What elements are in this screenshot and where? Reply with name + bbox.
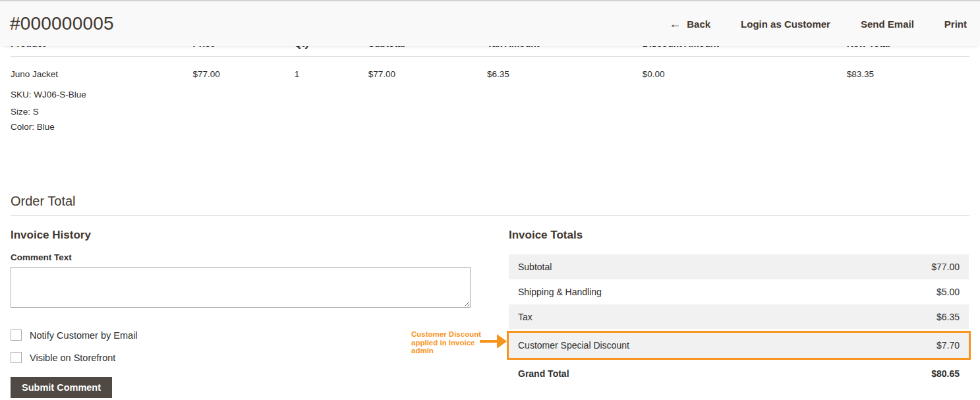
- totals-value: $80.65: [931, 368, 960, 379]
- totals-label: Subtotal: [518, 262, 552, 272]
- comment-textarea[interactable]: [11, 267, 471, 308]
- discount-amount-cell: $0.00: [643, 57, 847, 139]
- tax-amount-cell: $6.35: [487, 57, 643, 139]
- totals-label: Customer Special Discount: [518, 340, 629, 351]
- customer-special-discount-highlight-box: Customer Special Discount $7.70: [507, 331, 971, 360]
- totals-row-tax: Tax $6.35: [509, 304, 969, 329]
- annotation-text: Customer Discount applied in Invoice adm…: [411, 330, 486, 355]
- totals-value: $5.00: [937, 287, 960, 297]
- totals-row-shipping: Shipping & Handling $5.00: [509, 279, 969, 304]
- notify-customer-checkbox[interactable]: [11, 329, 22, 341]
- invoice-totals-heading: Invoice Totals: [509, 229, 969, 242]
- back-button-label: Back: [687, 18, 710, 30]
- qty-cell: 1: [295, 57, 368, 139]
- login-as-customer-button[interactable]: Login as Customer: [741, 18, 830, 30]
- annotation-arrow-line: [480, 340, 498, 343]
- visible-on-storefront-row: Visible on Storefront: [11, 352, 471, 363]
- totals-row-customer-special-discount: Customer Special Discount $7.70: [509, 333, 969, 358]
- product-size: Size: S: [11, 105, 192, 118]
- invoice-totals-section: Invoice Totals Subtotal $77.00 Shipping …: [509, 229, 969, 387]
- row-total-cell: $83.35: [847, 57, 969, 139]
- totals-value: $6.35: [937, 312, 960, 322]
- header-actions: ← Back Login as Customer Send Email Prin…: [669, 18, 967, 30]
- invoice-history-section: Invoice History Comment Text Notify Cust…: [11, 229, 471, 398]
- product-sku: SKU: WJ06-S-Blue: [11, 88, 192, 101]
- page-header: #000000005 ← Back Login as Customer Send…: [0, 0, 980, 46]
- totals-value: $77.00: [931, 262, 960, 272]
- page-title: #000000005: [10, 13, 114, 34]
- visible-on-storefront-label: Visible on Storefront: [30, 353, 115, 363]
- annotation-arrow-icon: [497, 334, 507, 349]
- totals-row-grand-total: Grand Total $80.65: [509, 360, 969, 387]
- notify-customer-row: Notify Customer by Email: [11, 329, 471, 341]
- back-button[interactable]: ← Back: [669, 18, 710, 30]
- back-arrow-icon: ←: [669, 18, 681, 30]
- totals-value: $7.70: [937, 340, 960, 351]
- visible-on-storefront-checkbox[interactable]: [11, 352, 22, 363]
- invoice-totals-table: Subtotal $77.00 Shipping & Handling $5.0…: [509, 254, 969, 387]
- comment-text-label: Comment Text: [11, 252, 471, 262]
- order-total-heading: Order Total: [11, 194, 969, 215]
- print-button[interactable]: Print: [944, 18, 967, 30]
- send-email-button[interactable]: Send Email: [861, 18, 914, 30]
- notify-customer-label: Notify Customer by Email: [30, 330, 138, 341]
- submit-comment-button[interactable]: Submit Comment: [11, 377, 112, 398]
- totals-label: Tax: [518, 312, 533, 322]
- table-row: Juno Jacket SKU: WJ06-S-Blue Size: S Col…: [11, 57, 969, 139]
- product-cell: Juno Jacket SKU: WJ06-S-Blue Size: S Col…: [11, 57, 192, 139]
- invoice-history-heading: Invoice History: [11, 229, 471, 242]
- subtotal-cell: $77.00: [368, 57, 487, 139]
- price-cell: $77.00: [192, 57, 294, 139]
- totals-row-subtotal: Subtotal $77.00: [509, 254, 969, 279]
- product-name: Juno Jacket: [11, 68, 192, 80]
- totals-label: Shipping & Handling: [518, 287, 602, 297]
- product-color: Color: Blue: [11, 121, 192, 133]
- totals-label: Grand Total: [518, 368, 569, 379]
